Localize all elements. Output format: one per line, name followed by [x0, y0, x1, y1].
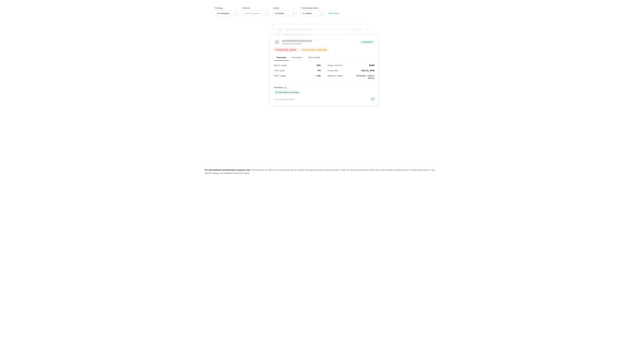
card-front-header: IN MARKET: [274, 39, 374, 45]
labels-filter-group: Labels All labels ▾: [273, 7, 296, 16]
diligence-status-label: Diligence status: [328, 74, 343, 77]
overview-divider: [274, 83, 374, 84]
strategy-value: All strategies: [217, 12, 229, 14]
industry-select[interactable]: Select industries ▾: [242, 10, 269, 16]
target-fund-size-row: Target fund size $25M: [328, 64, 374, 66]
labels-select[interactable]: All labels ▾: [273, 10, 296, 16]
disclaimer-bold: For informational and illustrative purpo…: [204, 169, 250, 171]
fund-card-front: IN MARKET Private equity - growth Ventur…: [270, 35, 379, 106]
card-front-badge: IN MARKET: [360, 40, 374, 44]
labels-label: Labels: [273, 7, 296, 9]
labels-chevron-icon: ▾: [293, 12, 294, 14]
industry-tag-it: Information technology: [274, 90, 301, 94]
strategy-select[interactable]: All strategies ▾: [215, 10, 238, 16]
last-updated: Last updated 05/20/2024: [274, 98, 294, 100]
strategy-filter-group: Strategy All strategies ▾: [215, 7, 238, 16]
fundraising-select[interactable]: In market ▾: [300, 10, 324, 16]
svg-point-0: [276, 41, 278, 42]
close-date-row: Close date Feb 15, 2025: [328, 69, 374, 72]
target-fund-size-value: $25M: [369, 64, 374, 66]
industry-placeholder: Select industries: [244, 12, 260, 14]
card-footer: Last updated 05/20/2024: [274, 97, 374, 102]
overview-grid: Return target 20% Target fund size $25M …: [274, 64, 374, 79]
industries-section: Industries (1) Information technology: [274, 86, 374, 94]
cards-stack: 👤 IN MARKET 👤 IN MA: [204, 24, 440, 152]
return-target-label: Return target: [274, 64, 286, 66]
fundraising-chevron-icon: ▾: [321, 12, 322, 14]
industry-chevron-icon: ▾: [266, 12, 267, 14]
industry-label: Industry: [242, 7, 269, 9]
fundraising-value: In market: [303, 12, 312, 14]
card-tabs: Overview Description Other details: [274, 54, 374, 61]
close-date-label: Close date: [328, 69, 338, 72]
card-front-avatar: [274, 39, 280, 45]
filter-bar: Strategy All strategies ▾ Industry Selec…: [204, 7, 440, 16]
return-target-row: Return target 20%: [274, 64, 321, 66]
return-target-value: 20%: [316, 64, 321, 66]
yield-target-row: Yield target 5%: [274, 69, 321, 72]
tab-other-details[interactable]: Other details: [305, 54, 323, 61]
info-icon[interactable]: [371, 97, 374, 102]
industry-filter-group: Industry Select industries ▾: [242, 7, 269, 16]
diligence-status-row: Diligence status Screening - ready to di…: [328, 74, 374, 79]
tab-overview[interactable]: Overview: [274, 54, 289, 61]
moic-target-value: 1.8x: [317, 74, 321, 77]
disclaimer: For informational and illustrative purpo…: [204, 165, 440, 175]
target-fund-size-label: Target fund size: [328, 64, 343, 66]
clear-filters-link[interactable]: Clear filters: [328, 12, 339, 14]
card-front-header-left: [274, 39, 312, 45]
yield-target-label: Yield target: [274, 69, 285, 72]
diligence-status-value: Screening - ready to discuss: [351, 74, 374, 79]
strategy-tags: Private equity - growth Venture capital …: [274, 48, 374, 52]
fundraising-label: Fundraising status: [300, 7, 324, 9]
industries-title: Industries (1): [274, 86, 374, 89]
fundraising-filter-group: Fundraising status In market ▾: [300, 7, 324, 16]
strategy-chevron-icon: ▾: [235, 12, 236, 14]
tab-description[interactable]: Description: [289, 54, 305, 61]
yield-target-value: 5%: [318, 69, 321, 72]
page-container: Strategy All strategies ▾ Industry Selec…: [204, 7, 440, 175]
moic-target-row: MOIC target 1.8x: [274, 74, 321, 79]
tag-private-equity[interactable]: Private equity - growth: [274, 48, 298, 52]
moic-target-label: MOIC target: [274, 74, 286, 77]
industry-dot-icon: [276, 92, 278, 93]
tag-venture-capital[interactable]: Venture capital - early stage: [300, 48, 329, 52]
labels-value: All labels: [275, 12, 284, 14]
close-date-value: Feb 15, 2025: [362, 69, 374, 72]
strategy-label: Strategy: [215, 7, 238, 9]
industry-name: Information technology: [278, 91, 299, 94]
